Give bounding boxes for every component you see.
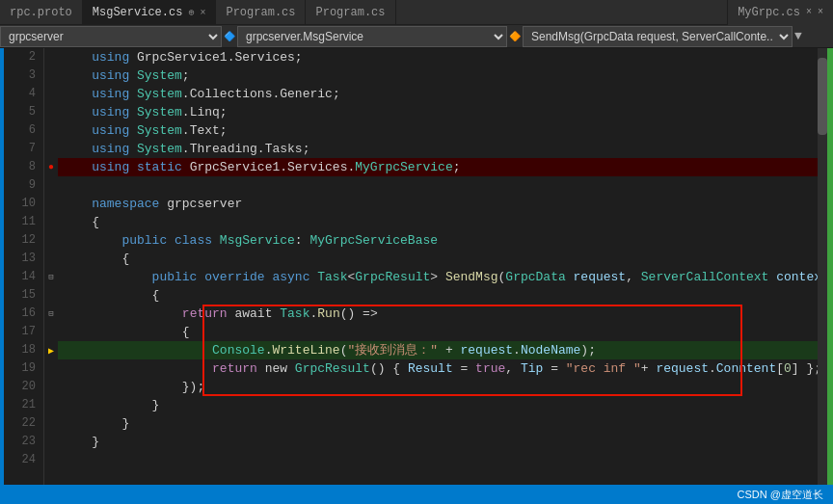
- line-num-19: 19: [4, 359, 43, 378]
- right-green-bar: [827, 48, 833, 485]
- code-line-8: using static GrpcService1.Services.MyGrp…: [58, 158, 818, 176]
- line-num-12: 12: [4, 231, 43, 250]
- code-line-10: namespace grpcserver: [58, 195, 818, 213]
- code-line-21: }: [58, 396, 818, 414]
- ind-12: [44, 231, 58, 250]
- line-num-21: 21: [4, 396, 43, 414]
- ind-5: [44, 103, 58, 121]
- dropdown-arrow: ▼: [793, 29, 804, 43]
- code-line-13: {: [58, 250, 818, 268]
- code-line-16: return await Task.Run() =>: [58, 305, 818, 323]
- ind-4: [44, 85, 58, 103]
- line-num-24: 24: [4, 451, 43, 469]
- code-line-5: using System.Linq;: [58, 103, 818, 121]
- tab-msgservice-cs[interactable]: MsgService.cs ⊕ ×: [83, 0, 217, 25]
- line-num-22: 22: [4, 414, 43, 433]
- line-num-15: 15: [4, 286, 43, 305]
- code-line-18: Console.WriteLine("接收到消息：" + request.Nod…: [58, 341, 818, 359]
- code-line-11: {: [58, 213, 818, 231]
- line-num-16: 16: [4, 305, 43, 323]
- scrollbar-thumb[interactable]: [818, 58, 827, 135]
- dropdown-icon-1: 🔷: [222, 31, 237, 42]
- tab-right-close[interactable]: × ×: [806, 7, 823, 17]
- code-line-17: {: [58, 323, 818, 341]
- namespace-dropdown[interactable]: grpcserver: [0, 26, 222, 47]
- code-line-24: [58, 451, 818, 469]
- line-num-23: 23: [4, 433, 43, 451]
- ind-6: [44, 121, 58, 140]
- editor-body: 2 3 4 5 6 7 8 9 10 11 12 13 14 15 16 17 …: [0, 48, 833, 485]
- dropdown-bar: grpcserver 🔷 grpcserver.MsgService 🔶 Sen…: [0, 25, 833, 48]
- ind-22: [44, 414, 58, 433]
- code-content[interactable]: using GrpcService1.Services; using Syste…: [58, 48, 818, 485]
- editor-container: rpc.proto MsgService.cs ⊕ × Program.cs P…: [0, 0, 833, 504]
- code-line-12: public class MsgService: MyGrpcServiceBa…: [58, 231, 818, 250]
- ind-14[interactable]: ⊟: [44, 268, 58, 286]
- code-line-2: using GrpcService1.Services;: [58, 48, 818, 66]
- line-num-11: 11: [4, 213, 43, 231]
- line-num-8: 8: [4, 158, 43, 176]
- line-num-9: 9: [4, 176, 43, 195]
- line-num-14: 14: [4, 268, 43, 286]
- code-line-3: using System;: [58, 66, 818, 85]
- class-dropdown[interactable]: grpcserver.MsgService: [237, 26, 507, 47]
- ind-11: [44, 213, 58, 231]
- line-num-3: 3: [4, 66, 43, 85]
- line-num-20: 20: [4, 378, 43, 396]
- ind-3: [44, 66, 58, 85]
- ind-23: [44, 433, 58, 451]
- ind-19: [44, 359, 58, 378]
- code-lines: using GrpcService1.Services; using Syste…: [58, 48, 818, 469]
- line-num-5: 5: [4, 103, 43, 121]
- code-line-7: using System.Threading.Tasks;: [58, 140, 818, 158]
- ind-10: [44, 195, 58, 213]
- status-bar: CSDN @虚空道长: [0, 485, 833, 504]
- ind-13: [44, 250, 58, 268]
- line-num-7: 7: [4, 140, 43, 158]
- indicators-column: ● ⊟ ⊟ ▶: [44, 48, 58, 485]
- line-num-18: 18: [4, 341, 43, 359]
- line-num-10: 10: [4, 195, 43, 213]
- ind-21: [44, 396, 58, 414]
- code-line-22: }: [58, 414, 818, 433]
- line-num-17: 17: [4, 323, 43, 341]
- ind-20: [44, 378, 58, 396]
- ind-24: [44, 451, 58, 469]
- tab-right[interactable]: MyGrpc.cs × ×: [727, 0, 833, 25]
- method-dropdown[interactable]: SendMsg(GrpcData request, ServerCallCont…: [523, 26, 793, 47]
- code-line-14: public override async Task<GrpcResult> S…: [58, 268, 818, 286]
- line-num-4: 4: [4, 85, 43, 103]
- code-line-20: });: [58, 378, 818, 396]
- line-num-13: 13: [4, 250, 43, 268]
- close-icon[interactable]: ⊕ ×: [188, 7, 205, 18]
- dropdown-icon-2: 🔶: [507, 31, 523, 42]
- ind-15: [44, 286, 58, 305]
- code-line-19: return new GrpcResult() { Result = true,…: [58, 359, 818, 378]
- code-line-23: }: [58, 433, 818, 451]
- ind-7: [44, 140, 58, 158]
- ind-17: [44, 323, 58, 341]
- status-text: CSDN @虚空道长: [738, 488, 823, 502]
- code-line-4: using System.Collections.Generic;: [58, 85, 818, 103]
- code-line-9: [58, 176, 818, 195]
- tab-rpc-proto[interactable]: rpc.proto: [0, 0, 83, 25]
- ind-16[interactable]: ⊟: [44, 305, 58, 323]
- code-line-15: {: [58, 286, 818, 305]
- tab-program-cs-2[interactable]: Program.cs: [306, 0, 395, 25]
- line-numbers: 2 3 4 5 6 7 8 9 10 11 12 13 14 15 16 17 …: [4, 48, 44, 485]
- tab-bar: rpc.proto MsgService.cs ⊕ × Program.cs P…: [0, 0, 833, 25]
- ind-18: ▶: [44, 341, 58, 359]
- ind-9: [44, 176, 58, 195]
- vertical-scrollbar[interactable]: [818, 48, 827, 485]
- code-line-6: using System.Text;: [58, 121, 818, 140]
- line-num-2: 2: [4, 48, 43, 66]
- tab-program-cs-1[interactable]: Program.cs: [216, 0, 306, 25]
- ind-8: ●: [44, 158, 58, 176]
- line-num-6: 6: [4, 121, 43, 140]
- ind-2: [44, 48, 58, 66]
